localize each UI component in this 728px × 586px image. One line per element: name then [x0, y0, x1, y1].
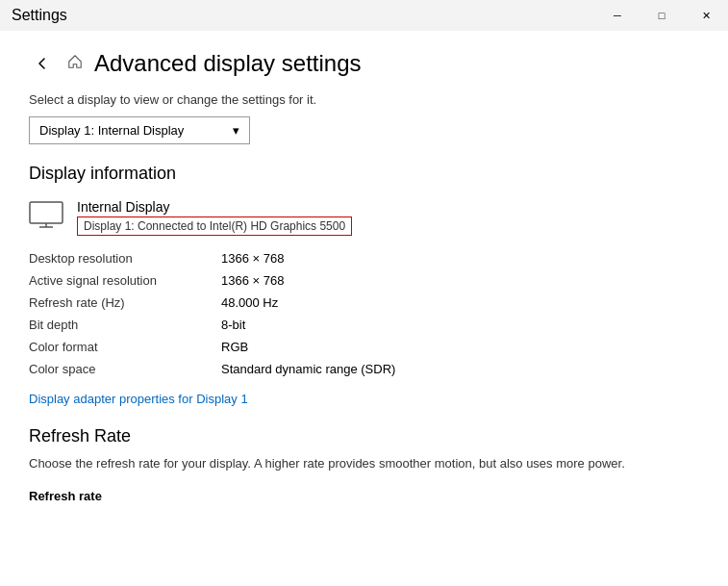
- titlebar-controls: ─ □ ✕: [595, 0, 728, 31]
- info-label: Desktop resolution: [29, 247, 221, 269]
- info-value: Standard dynamic range (SDR): [221, 358, 699, 380]
- home-icon: [67, 54, 83, 73]
- adapter-link[interactable]: Display adapter properties for Display 1: [29, 392, 248, 406]
- monitor-icon: [29, 201, 63, 228]
- display-info-header: Internal Display Display 1: Connected to…: [29, 199, 699, 236]
- refresh-rate-label: Refresh rate: [29, 489, 699, 503]
- display-name-block: Internal Display Display 1: Connected to…: [77, 199, 352, 236]
- info-value: 1366 × 768: [221, 269, 699, 292]
- info-value: 48.000 Hz: [221, 292, 699, 314]
- svg-rect-0: [30, 202, 63, 223]
- back-arrow-icon: [37, 58, 48, 69]
- back-button[interactable]: [29, 50, 56, 77]
- main-content: Advanced display settings Select a displ…: [0, 31, 728, 586]
- maximize-button[interactable]: □: [640, 0, 684, 31]
- table-row: Color space Standard dynamic range (SDR): [29, 358, 699, 380]
- table-row: Bit depth 8-bit: [29, 314, 699, 336]
- display-dropdown[interactable]: Display 1: Internal Display ▾: [29, 116, 250, 144]
- info-label: Color format: [29, 336, 221, 358]
- info-label: Refresh rate (Hz): [29, 292, 221, 314]
- refresh-rate-section-title: Refresh Rate: [29, 426, 699, 446]
- display-info-section-title: Display information: [29, 164, 699, 184]
- page-title: Advanced display settings: [94, 50, 362, 77]
- titlebar-left: Settings: [12, 7, 67, 24]
- display-name: Internal Display: [77, 199, 352, 215]
- titlebar: Settings ─ □ ✕: [0, 0, 728, 31]
- close-button[interactable]: ✕: [684, 0, 728, 31]
- table-row: Refresh rate (Hz) 48.000 Hz: [29, 292, 699, 314]
- info-label: Active signal resolution: [29, 269, 221, 292]
- table-row: Active signal resolution 1366 × 768: [29, 269, 699, 292]
- display-dropdown-value: Display 1: Internal Display: [39, 123, 184, 138]
- info-value: 8-bit: [221, 314, 699, 336]
- chevron-down-icon: ▾: [233, 123, 239, 138]
- page-header: Advanced display settings: [29, 50, 699, 77]
- info-value: 1366 × 768: [221, 247, 699, 269]
- titlebar-title: Settings: [12, 7, 67, 24]
- table-row: Color format RGB: [29, 336, 699, 358]
- info-label: Color space: [29, 358, 221, 380]
- info-label: Bit depth: [29, 314, 221, 336]
- select-display-label: Select a display to view or change the s…: [29, 92, 699, 107]
- minimize-button[interactable]: ─: [595, 0, 640, 31]
- info-value: RGB: [221, 336, 699, 358]
- table-row: Desktop resolution 1366 × 768: [29, 247, 699, 269]
- display-info-table: Desktop resolution 1366 × 768 Active sig…: [29, 247, 699, 380]
- refresh-rate-desc: Choose the refresh rate for your display…: [29, 454, 699, 473]
- display-connection: Display 1: Connected to Intel(R) HD Grap…: [77, 217, 352, 236]
